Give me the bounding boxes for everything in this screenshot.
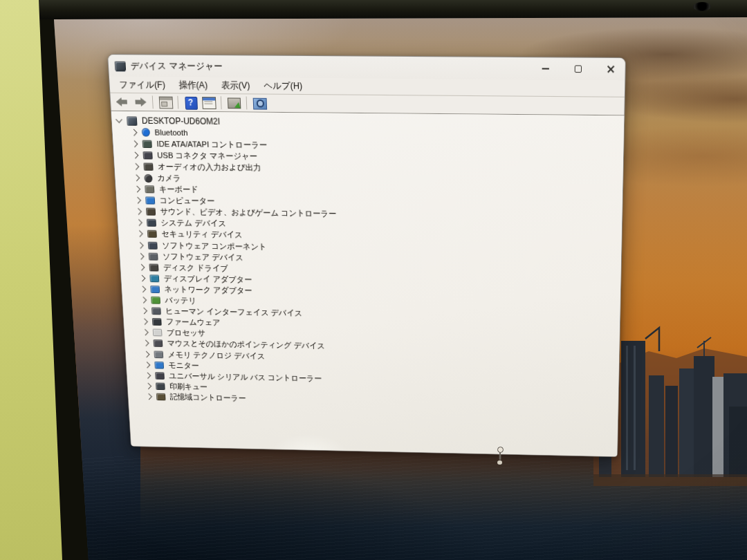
properties-icon[interactable] [201,95,216,110]
monitors-icon [154,361,164,368]
software-components-icon [148,241,158,249]
firmware-icon [152,318,162,326]
chevron-right-icon[interactable] [131,129,138,136]
tree-item-label: 記憶域コントローラー [169,392,246,403]
tree-item-label: Bluetooth [154,128,187,137]
chevron-right-icon[interactable] [136,219,142,226]
tree-item-label: ネットワーク アダプター [164,284,252,296]
toolbar-separator [152,95,154,109]
device-tree: DESKTOP-UD6OM2IBluetoothIDE ATA/ATAPI コン… [111,111,624,456]
tree-item-label: メモリ テクノロジ デバイス [167,349,265,361]
software-devices-icon [149,252,158,260]
print-queues-icon [156,382,165,390]
chevron-right-icon[interactable] [139,275,145,282]
tree-item-label: USB コネクタ マネージャー [157,150,257,162]
chevron-right-icon[interactable] [143,351,149,357]
tree-item-label: バッテリ [165,295,196,306]
tree-item-label: ディスク ドライブ [163,263,229,274]
sound-video-game-controllers-icon [146,208,156,216]
help-icon[interactable] [183,95,199,110]
tree-item-label: ソフトウェア コンポーネント [162,241,267,252]
device-manager-icon [115,61,127,71]
display-adapters-icon [149,274,159,282]
photo-background: デバイス マネージャー ファイル(F)操作(A)表示(V)ヘルプ(H) DESK… [0,0,747,560]
tree-item-label: 印刷キュー [169,382,208,392]
tree-item-label: プロセッサ [167,328,206,339]
window-title: デバイス マネージャー [130,59,223,73]
chevron-right-icon[interactable] [145,383,151,389]
menu-item-3[interactable]: ヘルプ(H) [257,77,310,95]
laptop-screen: デバイス マネージャー ファイル(F)操作(A)表示(V)ヘルプ(H) DESK… [0,0,747,560]
audio-inputs-outputs-icon [143,162,153,170]
keyboard-icon [145,185,154,193]
scan-hardware-changes-icon[interactable] [226,95,242,110]
network-adapters-icon [150,286,160,293]
chevron-right-icon[interactable] [132,151,139,158]
chevron-right-icon[interactable] [146,393,152,400]
chevron-down-icon[interactable] [116,116,122,123]
menu-item-2[interactable]: 表示(V) [214,77,257,94]
ide-ata-atapi-controllers-icon [142,140,152,147]
chevron-right-icon[interactable] [140,286,146,292]
battery-icon [151,297,160,304]
show-console-tree-icon[interactable] [158,95,174,109]
tree-item-label: ソフトウェア デバイス [163,252,244,263]
chevron-right-icon[interactable] [135,208,142,215]
chevron-right-icon[interactable] [141,308,147,315]
storage-controllers-icon [156,393,166,401]
chevron-right-icon[interactable] [131,140,138,147]
menu-item-0[interactable]: ファイル(F) [112,76,173,93]
forward-icon[interactable] [132,95,148,109]
menu-item-1[interactable]: 操作(A) [172,77,214,94]
human-interface-devices-icon [151,308,161,315]
tree-item-label: オーディオの入力および出力 [158,162,261,174]
bluetooth-icon [142,128,150,137]
chevron-right-icon[interactable] [138,253,145,260]
usb-controllers-icon [155,372,165,380]
mouse-cursor [495,447,505,467]
maximize-icon [575,65,582,73]
tree-item-label: セキュリティ デバイス [161,229,243,241]
chevron-right-icon[interactable] [133,186,140,193]
chevron-right-icon[interactable] [145,372,151,378]
mice-pointing-devices-icon [154,339,163,347]
chevron-right-icon[interactable] [133,174,140,181]
chevron-right-icon[interactable] [140,297,147,304]
processors-icon [153,329,163,337]
tree-item-label: コンピューター [159,196,214,207]
back-icon[interactable] [114,95,130,109]
chevron-right-icon[interactable] [144,362,150,368]
tree-item-label: DESKTOP-UD6OM2I [142,115,221,127]
close-icon [607,65,616,74]
tree-item-label: IDE ATA/ATAPI コントローラー [156,138,267,150]
chevron-right-icon[interactable] [141,319,147,326]
toolbar-separator [177,96,178,109]
tree-item-label: カメラ [157,173,181,184]
device-manager-window: デバイス マネージャー ファイル(F)操作(A)表示(V)ヘルプ(H) DESK… [107,54,626,457]
usb-connector-managers-icon [142,151,152,159]
webcam-icon [693,2,711,11]
system-devices-icon [147,219,156,227]
chevron-right-icon[interactable] [133,163,140,170]
minimize-icon [542,68,549,69]
tree-item-label: システム デバイス [160,218,226,229]
tree-item-label: ディスプレイ アダプター [163,273,252,285]
chevron-right-icon[interactable] [134,197,141,204]
close-button[interactable] [604,62,618,77]
caption-buttons [538,62,625,77]
security-devices-icon [147,230,157,238]
chevron-right-icon[interactable] [142,340,149,347]
computer-root-icon [127,116,138,126]
disk-drives-icon [149,263,158,271]
memory-technology-devices-icon [154,351,163,358]
tree-item-label: モニター [168,360,199,371]
search-devices-icon[interactable] [252,96,268,111]
maximize-button[interactable] [571,62,585,77]
chevron-right-icon[interactable] [142,329,148,336]
tree-item-label: ファームウェア [166,317,221,328]
chevron-right-icon[interactable] [136,231,143,238]
tree-item-label: キーボード [159,184,199,195]
chevron-right-icon[interactable] [137,242,144,249]
minimize-button[interactable] [538,62,553,77]
chevron-right-icon[interactable] [138,264,145,271]
